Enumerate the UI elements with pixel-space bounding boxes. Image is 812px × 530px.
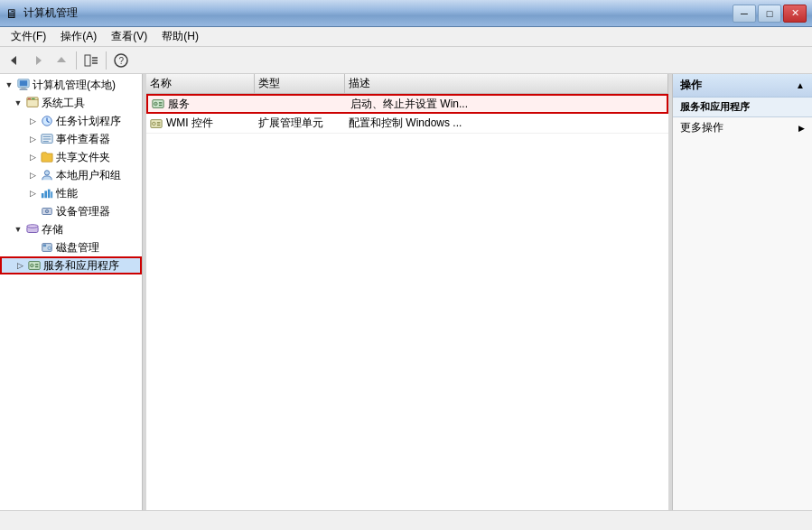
toolbar-forward-button[interactable] <box>27 50 49 71</box>
expand-storage-icon[interactable]: ▼ <box>11 222 25 237</box>
menu-view[interactable]: 查看(V) <box>104 27 154 46</box>
list-row-services[interactable]: 服务 启动、终止并设置 Win... <box>146 94 668 114</box>
list-body: 服务 启动、终止并设置 Win... WMI 控件 扩展管理单元 配置 <box>146 94 668 510</box>
center-panel: 名称 类型 描述 服务 <box>146 74 668 510</box>
svg-rect-49 <box>157 122 161 123</box>
tree-shared-folders[interactable]: ▷ 共享文件夹 <box>0 148 142 166</box>
tree-local-users[interactable]: ▷ 本地用户和组 <box>0 166 142 184</box>
row-wmi-name: WMI 控件 <box>146 116 255 131</box>
tree-root[interactable]: ▼ 计算机管理(本地) <box>0 76 142 94</box>
right-panel-more-actions[interactable]: 更多操作 ▶ <box>673 117 812 138</box>
right-panel-services-section: 服务和应用程序 <box>673 98 812 117</box>
device-svg <box>41 205 53 218</box>
svg-point-31 <box>46 210 47 211</box>
share-icon <box>40 150 54 164</box>
expand-users-icon[interactable]: ▷ <box>25 168 40 182</box>
svg-rect-10 <box>20 80 28 86</box>
menu-action[interactable]: 操作(A) <box>53 27 104 46</box>
expand-share-icon[interactable]: ▷ <box>25 150 40 164</box>
tree-device-manager[interactable]: 设备管理器 <box>0 202 142 220</box>
wmi-row-icon <box>150 117 163 130</box>
svg-point-24 <box>44 171 49 175</box>
tree-event-viewer[interactable]: ▷ 事件查看器 <box>0 130 142 148</box>
back-icon <box>7 53 22 68</box>
col-type-label: 类型 <box>258 76 280 91</box>
svg-rect-27 <box>48 190 51 199</box>
device-icon <box>40 204 54 219</box>
close-button[interactable]: ✕ <box>783 5 807 23</box>
services-svg <box>28 259 41 272</box>
storage-icon <box>25 222 40 237</box>
event-svg <box>41 133 53 145</box>
svg-point-33 <box>27 225 38 228</box>
service-row-icon <box>152 98 164 110</box>
device-manager-label: 设备管理器 <box>56 204 110 219</box>
row-wmi-name-text: WMI 控件 <box>166 116 213 131</box>
col-header-type[interactable]: 类型 <box>255 74 345 93</box>
event-icon <box>40 132 54 146</box>
tree-performance[interactable]: ▷ 性能 <box>0 184 142 202</box>
toolbar-back-button[interactable] <box>4 50 25 71</box>
expand-root-icon[interactable]: ▼ <box>2 78 16 92</box>
more-actions-label: 更多操作 <box>680 120 723 135</box>
menu-help[interactable]: 帮助(H) <box>154 27 206 46</box>
title-controls: ─ □ ✕ <box>733 5 807 23</box>
task-icon <box>40 114 54 128</box>
tree-disk-management[interactable]: 磁盘管理 <box>0 238 142 256</box>
title-text: 计算机管理 <box>23 5 78 21</box>
toolbar-help-button[interactable]: ? <box>110 50 132 71</box>
menu-bar: 文件(F) 操作(A) 查看(V) 帮助(H) <box>0 27 812 47</box>
system-tools-label: 系统工具 <box>42 96 85 111</box>
tree-services-apps[interactable]: ▷ 服务和应用程序 <box>0 256 142 274</box>
svg-rect-15 <box>28 98 32 99</box>
computer-icon <box>16 78 31 92</box>
toolbar-tree-button[interactable] <box>80 50 102 71</box>
right-panel-title: 操作 <box>680 78 702 93</box>
user-svg <box>41 169 53 181</box>
svg-point-44 <box>155 103 156 104</box>
row-services-desc: 启动、终止并设置 Win... <box>347 97 667 112</box>
row-services-name: 服务 <box>148 97 257 112</box>
storage-label: 存储 <box>42 222 63 237</box>
restore-button[interactable]: □ <box>758 5 781 23</box>
svg-rect-16 <box>32 98 35 99</box>
tree-storage[interactable]: ▼ 存储 <box>0 220 142 238</box>
tree-task-scheduler[interactable]: ▷ 任务计划程序 <box>0 112 142 130</box>
right-panel: 操作 ▲ 服务和应用程序 更多操作 ▶ <box>672 74 812 510</box>
toolbar: ? <box>0 47 812 74</box>
local-users-label: 本地用户和组 <box>56 168 121 183</box>
help-icon: ? <box>114 53 128 68</box>
row-wmi-desc: 配置和控制 Windows ... <box>345 116 668 131</box>
right-panel-up-icon[interactable]: ▲ <box>796 80 805 90</box>
tree-icon <box>84 53 98 68</box>
status-bar <box>0 510 812 530</box>
expand-services-icon[interactable]: ▷ <box>13 258 27 273</box>
col-header-desc[interactable]: 描述 <box>345 74 668 93</box>
col-header-name[interactable]: 名称 <box>146 74 255 93</box>
svg-rect-50 <box>157 124 161 125</box>
expand-system-icon[interactable]: ▼ <box>11 96 25 110</box>
svg-rect-3 <box>85 55 90 66</box>
list-row-wmi[interactable]: WMI 控件 扩展管理单元 配置和控制 Windows ... <box>146 114 668 134</box>
services-apps-label: 服务和应用程序 <box>43 258 119 274</box>
expand-perf-icon[interactable]: ▷ <box>25 186 40 200</box>
right-panel-header: 操作 ▲ <box>673 74 812 98</box>
minimize-button[interactable]: ─ <box>733 5 756 23</box>
svg-rect-28 <box>51 191 52 198</box>
svg-rect-40 <box>35 264 39 265</box>
expand-task-icon[interactable]: ▷ <box>25 114 40 128</box>
svg-rect-11 <box>21 88 25 89</box>
left-panel: ▼ 计算机管理(本地) ▼ 系 <box>0 74 143 510</box>
title-bar: 🖥 计算机管理 ─ □ ✕ <box>0 0 812 27</box>
svg-rect-46 <box>159 105 163 106</box>
expand-event-icon[interactable]: ▷ <box>25 132 40 146</box>
event-viewer-label: 事件查看器 <box>56 132 110 147</box>
task-svg <box>41 115 53 127</box>
svg-rect-35 <box>43 245 47 247</box>
menu-file[interactable]: 文件(F) <box>4 27 53 46</box>
list-header: 名称 类型 描述 <box>146 74 668 94</box>
tree-system-tools[interactable]: ▼ 系统工具 <box>0 94 142 112</box>
expand-device-icon <box>25 204 40 219</box>
svg-rect-25 <box>42 193 44 198</box>
toolbar-up-button[interactable] <box>51 50 72 71</box>
